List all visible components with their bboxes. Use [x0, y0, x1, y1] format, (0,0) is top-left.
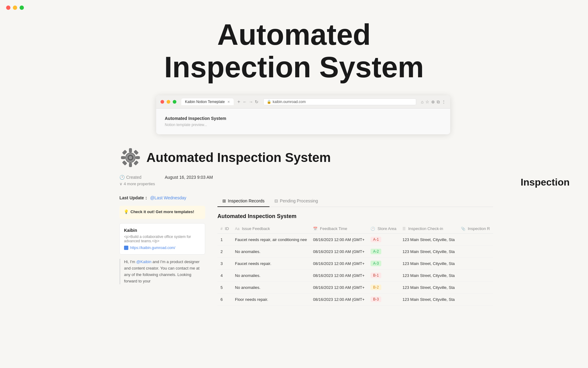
th-feedback-label: Feedback Time: [320, 226, 347, 231]
browser-more-icon[interactable]: ⋮: [442, 99, 446, 104]
tab-pending-processing-label: Pending Processing: [280, 198, 318, 203]
cell-store-1: A-2: [368, 246, 399, 258]
kaibin-card-name: Kaibin: [124, 228, 201, 233]
store-badge-2: A-3: [371, 261, 381, 266]
browser-address-bar[interactable]: 🔒 kaibin.oumroad.com: [263, 98, 416, 105]
th-issue-label: Issue Feedback: [242, 226, 270, 231]
svg-rect-4: [129, 163, 132, 167]
tab-inspection-records-label: Inspection Records: [228, 198, 265, 203]
calendar-icon-th: 📅: [313, 227, 318, 231]
kaibin-link-icon: [124, 246, 128, 250]
cell-inspection-3: [458, 270, 493, 282]
table-row[interactable]: 5 No anomalies. 08/16/2023 12:00 AM (GMT…: [217, 282, 493, 293]
traffic-light-red[interactable]: [6, 6, 10, 10]
th-inspection[interactable]: 📎 Inspection R: [458, 224, 493, 234]
svg-rect-8: [134, 150, 138, 155]
browser-home-icon[interactable]: ⌂: [421, 99, 424, 104]
content-layout: Last Update： @Last Wednesday 💡 Check it …: [119, 195, 469, 305]
cell-feedback-1: 08/16/2023 12:00 AM (GMT+: [310, 246, 368, 258]
browser-dot-red[interactable]: [160, 100, 164, 104]
svg-rect-6: [136, 156, 140, 159]
inspection-table: # ID Aa Issue Feedback 📅 Feedback Time: [217, 224, 493, 305]
browser-back-icon[interactable]: ←: [243, 99, 247, 104]
store-badge-4: B-2: [371, 285, 381, 290]
more-properties-label: 4 more properties: [124, 182, 155, 186]
th-id[interactable]: # ID: [217, 224, 232, 234]
last-update-value: @Last Wednesday: [150, 195, 186, 201]
hash-icon: #: [221, 227, 223, 231]
svg-rect-9: [122, 161, 127, 166]
table-row[interactable]: 1 Faucet needs repair, air conditioning …: [217, 234, 493, 246]
cell-feedback-0: 08/16/2023 12:00 AM (GMT+: [310, 234, 368, 246]
cell-issue-4: No anomalies.: [232, 282, 310, 293]
browser-star-icon[interactable]: ☆: [425, 99, 429, 104]
cell-store-3: B-1: [368, 270, 399, 282]
cell-checkin-2: 123 Main Street, Cityville, Sta: [399, 258, 458, 270]
browser-lock-icon: 🔒: [267, 100, 271, 104]
tab-inspection-records[interactable]: ⊞ Inspection Records: [217, 195, 270, 207]
browser-dot-green[interactable]: [173, 100, 176, 104]
th-feedback[interactable]: 📅 Feedback Time: [310, 224, 368, 234]
kaibin-card-link[interactable]: https://kaibin.gumroad.com/: [124, 246, 201, 250]
table-icon: ⊞: [222, 198, 226, 203]
clock-icon: [119, 175, 125, 180]
traffic-lights: [6, 6, 24, 10]
main-content: Kaibin Notion Temeplate ✕ + ← → ↻ 🔒 kaib…: [95, 95, 493, 305]
page-title-section: Automated Inspection System: [119, 147, 469, 169]
cell-feedback-5: 08/16/2023 12:00 AM (GMT+: [310, 293, 368, 305]
cell-inspection-1: [458, 246, 493, 258]
browser-refresh-icon[interactable]: ↻: [255, 99, 258, 104]
th-checkin[interactable]: ☰ Inspection Check-in: [399, 224, 458, 234]
cell-checkin-4: 123 Main Street, Cityville, Sta: [399, 282, 458, 293]
cell-inspection-2: [458, 258, 493, 270]
browser-tab-add-icon[interactable]: +: [237, 99, 240, 105]
tab-pending-processing[interactable]: ⊟ Pending Processing: [270, 195, 323, 207]
browser-tab[interactable]: Kaibin Notion Temeplate ✕: [181, 98, 234, 105]
th-issue[interactable]: Aa Issue Feedback: [232, 224, 310, 234]
store-badge-0: A-1: [371, 237, 381, 242]
traffic-light-green[interactable]: [20, 6, 24, 10]
hero-title: Automated Inspection System: [0, 18, 588, 83]
browser-forward-icon[interactable]: →: [249, 99, 253, 104]
traffic-light-yellow[interactable]: [13, 6, 17, 10]
chevron-down-icon: ∨: [119, 182, 123, 186]
kaibin-card: Kaibin <p>Build a collaborative office s…: [119, 223, 205, 255]
more-properties-toggle[interactable]: ∨ 4 more properties: [119, 182, 469, 186]
paperclip-icon-th: 📎: [461, 227, 466, 231]
th-checkin-label: Inspection Check-in: [408, 226, 443, 231]
last-update: Last Update： @Last Wednesday: [119, 195, 205, 201]
table-row[interactable]: 4 No anomalies. 08/16/2023 12:00 AM (GMT…: [217, 270, 493, 282]
right-inspection-label: Inspection: [521, 177, 570, 188]
th-store[interactable]: 🕐 Store Area: [368, 224, 399, 234]
browser-puzzle-icon[interactable]: ⊕: [431, 99, 435, 104]
browser-body: Automated Inspection System Notion templ…: [156, 109, 450, 134]
created-value: August 16, 2023 9:03 AM: [165, 175, 213, 180]
browser-tab-close-icon[interactable]: ✕: [227, 100, 230, 104]
cell-checkin-5: 123 Main Street, Cityville, Sta: [399, 293, 458, 305]
cell-issue-0: Faucet needs repair, air conditioning ne…: [232, 234, 310, 246]
promo-box-title: 💡 Check it out! Get more templates!: [124, 209, 201, 214]
cell-inspection-4: [458, 282, 493, 293]
cell-issue-1: No anomalies.: [232, 246, 310, 258]
hero-section: Automated Inspection System: [0, 0, 588, 95]
last-update-label: Last Update：: [119, 195, 148, 201]
svg-rect-3: [129, 148, 132, 152]
browser-copy-icon[interactable]: ⧉: [437, 99, 440, 105]
page-main-title: Automated Inspection System: [146, 150, 331, 165]
cell-num-4: 5: [217, 282, 232, 293]
promo-title-text: Check it out! Get more templates!: [130, 209, 194, 214]
table-row[interactable]: 6 Floor needs repair. 08/16/2023 12:00 A…: [217, 293, 493, 305]
browser-dot-yellow[interactable]: [167, 100, 170, 104]
store-badge-5: B-3: [371, 297, 381, 302]
table-row[interactable]: 3 Faucet needs repair. 08/16/2023 12:00 …: [217, 258, 493, 270]
browser-address-text: kaibin.oumroad.com: [273, 100, 306, 104]
kaibin-card-desc: <p>Build a collaborative office system f…: [124, 235, 201, 243]
table-row[interactable]: 2 No anomalies. 08/16/2023 12:00 AM (GMT…: [217, 246, 493, 258]
cell-store-4: B-2: [368, 282, 399, 293]
cell-num-5: 6: [217, 293, 232, 305]
gear-icon-large: [119, 147, 141, 169]
promo-box: 💡 Check it out! Get more templates!: [119, 206, 205, 219]
store-badge-1: A-2: [371, 249, 381, 254]
browser-nav-icons: ← → ↻: [243, 99, 258, 104]
browser-mockup: Kaibin Notion Temeplate ✕ + ← → ↻ 🔒 kaib…: [156, 95, 450, 134]
